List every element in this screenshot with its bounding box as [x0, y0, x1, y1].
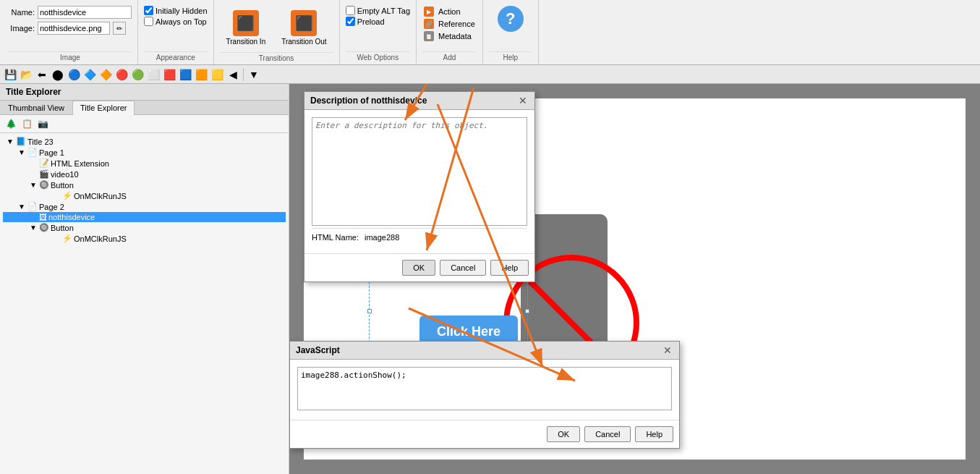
- empty-alt-tag-checkbox[interactable]: [346, 6, 355, 15]
- toolbar-btn-4[interactable]: ⬤: [51, 67, 65, 82]
- tree-item-page1[interactable]: ▼ 📄 Page 1: [3, 147, 286, 158]
- metadata-button[interactable]: 📋 Metadata: [422, 30, 477, 42]
- tree-label-video10: video10: [51, 170, 79, 179]
- help-group-label: Help: [489, 51, 532, 62]
- toolbar-btn-6[interactable]: 🔷: [82, 67, 97, 82]
- dialog-javascript-header[interactable]: JavaScript ✕: [290, 342, 679, 360]
- preload-label[interactable]: Preload: [346, 17, 410, 26]
- notthisdevice-icon: 🖼: [39, 213, 47, 221]
- dialog-description-cancel[interactable]: Cancel: [440, 260, 486, 276]
- toolbar-btn-7[interactable]: 🔶: [98, 67, 113, 82]
- panel-icon-tree[interactable]: 🌲: [4, 117, 17, 130]
- toggle-page2[interactable]: ▼: [17, 203, 26, 211]
- always-on-top-label[interactable]: Always on Top: [144, 17, 208, 26]
- tree-item-page2[interactable]: ▼ 📄 Page 2: [3, 201, 286, 212]
- name-input[interactable]: [38, 6, 132, 19]
- help-area: ?: [489, 3, 532, 35]
- toolbar-btn-9[interactable]: 🟢: [130, 67, 145, 82]
- transition-out-label: Transition Out: [281, 38, 326, 46]
- help-button[interactable]: ?: [498, 6, 524, 32]
- ribbon-group-transitions: ⬛ Transition In ⬛ Transition Out Transit…: [214, 0, 340, 64]
- action-button[interactable]: ▶ Action: [422, 6, 477, 17]
- tree-label-button1: Button: [51, 181, 74, 190]
- tree-item-onmclk2[interactable]: ⚡ OnMClkRunJS: [3, 233, 286, 244]
- ribbon: Name: Image: ✏ Image Initially Hidden Al…: [0, 0, 980, 65]
- ribbon-name-field: Name:: [9, 6, 132, 19]
- desc-textarea-container: [312, 117, 527, 228]
- dialog-javascript-cancel[interactable]: Cancel: [584, 426, 631, 442]
- tree-item-button2[interactable]: ▼ 🔘 Button: [3, 222, 286, 233]
- initially-hidden-checkbox[interactable]: [144, 6, 153, 15]
- dialog-javascript-ok[interactable]: OK: [547, 426, 580, 442]
- initially-hidden-label[interactable]: Initially Hidden: [144, 6, 208, 15]
- ribbon-group-web-options: Empty ALT Tag Preload Web Options: [340, 0, 417, 64]
- reference-button[interactable]: 🔗 Reference: [422, 18, 477, 30]
- transition-out-icon: ⬛: [291, 10, 317, 36]
- dialog-description: Description of notthisdevice ✕ HTML Name…: [304, 91, 535, 282]
- dialog-javascript-close[interactable]: ✕: [662, 344, 673, 356]
- dialog-javascript-content: [290, 360, 679, 420]
- js-textarea[interactable]: [297, 367, 672, 410]
- dialog-description-header[interactable]: Description of notthisdevice ✕: [304, 92, 534, 110]
- transition-in-button[interactable]: ⬛ Transition In: [220, 3, 273, 52]
- action-label: Action: [438, 7, 461, 16]
- toggle-button2[interactable]: ▼: [29, 224, 38, 232]
- action-icon: ▶: [424, 7, 434, 17]
- dialog-description-ok[interactable]: OK: [402, 260, 435, 276]
- toggle-page1[interactable]: ▼: [17, 148, 26, 156]
- image-input[interactable]: [38, 22, 110, 35]
- toolbar-btn-12[interactable]: 🟦: [178, 67, 192, 82]
- toolbar-btn-5[interactable]: 🔵: [67, 67, 81, 82]
- tree-item-onmclk1[interactable]: ⚡ OnMClkRunJS: [3, 190, 286, 201]
- web-options-checkboxes: Empty ALT Tag Preload: [346, 3, 410, 29]
- image-browse-button[interactable]: ✏: [113, 22, 126, 35]
- always-on-top-checkbox[interactable]: [144, 17, 153, 26]
- dialog-description-content: HTML Name: image288: [304, 110, 534, 253]
- ribbon-image-field: Image: ✏: [9, 22, 132, 35]
- toolbar-btn-14[interactable]: 🟨: [210, 67, 224, 82]
- toolbar-btn-3[interactable]: ⬅: [35, 67, 49, 82]
- preload-text: Preload: [357, 17, 385, 26]
- toolbar-btn-2[interactable]: 📂: [19, 67, 33, 82]
- js-textarea-container: [297, 367, 672, 412]
- toolbar-btn-13[interactable]: 🟧: [194, 67, 208, 82]
- dialog-description-footer: OK Cancel Help: [304, 253, 534, 282]
- toolbar-btn-10[interactable]: ⬜: [146, 67, 161, 82]
- ribbon-group-image: Name: Image: ✏ Image: [3, 0, 138, 64]
- toolbar-btn-more[interactable]: ▼: [247, 67, 261, 82]
- dialog-description-close[interactable]: ✕: [517, 95, 529, 106]
- preload-checkbox[interactable]: [346, 17, 355, 26]
- toolbar-btn-8[interactable]: 🔴: [114, 67, 129, 82]
- panel-icon-camera[interactable]: 📷: [36, 117, 49, 130]
- tree-label-onmclk1: OnMClkRunJS: [74, 192, 127, 200]
- appearance-group-label: Appearance: [144, 51, 208, 62]
- tree-item-video10[interactable]: 🎬 video10: [3, 169, 286, 179]
- dialog-javascript: JavaScript ✕ OK Cancel Help: [289, 341, 680, 449]
- dialog-description-help[interactable]: Help: [490, 260, 529, 276]
- toolbar-btn-15[interactable]: ◀: [226, 67, 240, 82]
- toggle-title23[interactable]: ▼: [6, 137, 14, 145]
- onmclk2-icon: ⚡: [62, 234, 72, 243]
- metadata-label: Metadata: [438, 32, 472, 41]
- panel-icon-list[interactable]: 📋: [20, 117, 33, 130]
- panel-icons: 🌲 📋 📷: [0, 115, 289, 133]
- transition-out-button[interactable]: ⬛ Transition Out: [275, 3, 333, 52]
- dialog-javascript-help[interactable]: Help: [635, 426, 673, 442]
- tree-view: ▼ 📘 Title 23 ▼ 📄 Page 1 📝 HTML Extension: [0, 133, 289, 474]
- tree-item-button1[interactable]: ▼ 🔘 Button: [3, 179, 286, 190]
- tree-item-html-ext[interactable]: 📝 HTML Extension: [3, 158, 286, 169]
- reference-label: Reference: [438, 20, 475, 28]
- dialog-description-title: Description of notthisdevice: [310, 96, 427, 106]
- tree-label-button2: Button: [51, 224, 74, 232]
- toggle-button1[interactable]: ▼: [29, 181, 38, 189]
- tree-item-title23[interactable]: ▼ 📘 Title 23: [3, 136, 286, 147]
- dialog-javascript-title: JavaScript: [296, 345, 340, 355]
- tab-title-explorer[interactable]: Title Explorer: [72, 101, 135, 115]
- toolbar-btn-1[interactable]: 💾: [3, 67, 17, 82]
- transitions-group-label: Transitions: [220, 52, 333, 62]
- toolbar-btn-11[interactable]: 🟥: [162, 67, 176, 82]
- tree-item-notthisdevice[interactable]: 🖼 notthisdevice: [3, 212, 286, 222]
- desc-textarea[interactable]: [312, 117, 527, 226]
- empty-alt-tag-label[interactable]: Empty ALT Tag: [346, 6, 410, 15]
- tab-thumbnail-view[interactable]: Thumbnail View: [0, 101, 72, 114]
